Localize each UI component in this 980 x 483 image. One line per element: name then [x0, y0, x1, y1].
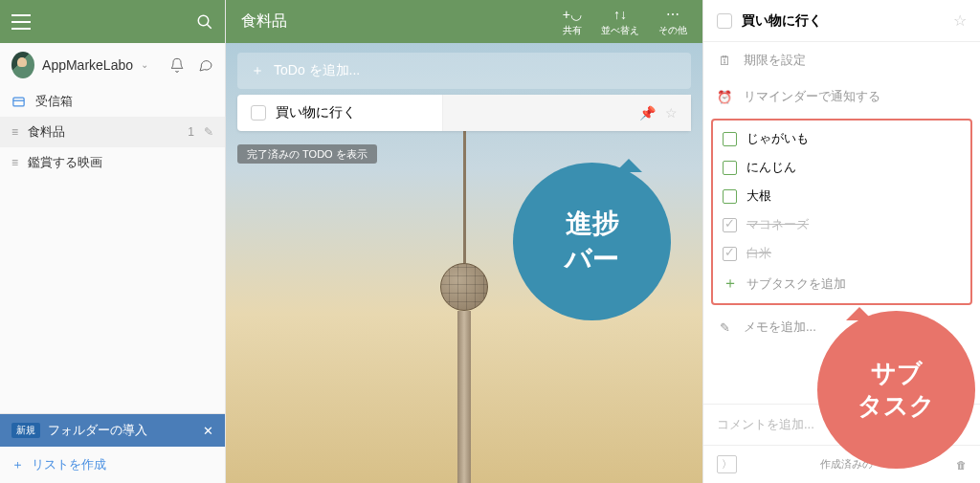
annotation-subtask: サブ タスク: [817, 311, 975, 469]
alarm-icon: ⏰: [717, 90, 732, 104]
user-row[interactable]: AppMarkeLabo ⌄: [0, 43, 225, 86]
nav-list: 受信箱 ≡ 食料品 1 ✎ ≡ 鑑賞する映画: [0, 86, 225, 413]
username: AppMarkeLabo: [42, 57, 133, 73]
sidebar: AppMarkeLabo ⌄ 受信箱 ≡ 食料品 1 ✎ ≡ 鑑賞する映画 新規: [0, 0, 226, 483]
share-icon: +◡: [563, 7, 582, 22]
subtask-item[interactable]: じゃがいも: [713, 124, 970, 153]
reminder-label: リマインダーで通知する: [744, 88, 880, 105]
detail-header: 買い物に行く ☆: [703, 0, 980, 42]
subtask-checkbox[interactable]: [723, 189, 737, 204]
folder-banner[interactable]: 新規 フォルダーの導入 ✕: [0, 414, 225, 447]
add-subtask-row[interactable]: ＋サブタスクを追加: [713, 268, 970, 299]
sidebar-header: [0, 0, 225, 43]
subtask-checkbox[interactable]: [723, 132, 737, 146]
detail-title: 買い物に行く: [742, 12, 944, 30]
completed-label: 完了済みの TODO を表示: [237, 144, 377, 164]
nav-label: 受信箱: [35, 93, 73, 110]
trash-icon[interactable]: 🗑: [956, 459, 967, 471]
chevron-down-icon[interactable]: ⌄: [141, 59, 148, 70]
subtask-checkbox[interactable]: [723, 218, 737, 232]
comment-placeholder: コメントを追加...: [717, 417, 814, 431]
svg-point-0: [198, 15, 209, 26]
search-icon[interactable]: [196, 13, 213, 31]
item-count: 1: [188, 125, 194, 139]
subtask-item[interactable]: にんじん: [713, 153, 970, 182]
sidebar-item-inbox[interactable]: 受信箱: [0, 86, 225, 117]
edit-icon[interactable]: ✎: [204, 125, 213, 139]
menu-icon[interactable]: [11, 14, 31, 30]
background-image: [440, 129, 488, 483]
todo-checkbox[interactable]: [251, 105, 266, 121]
more-icon: ⋯: [666, 7, 679, 22]
subtask-text: じゃがいも: [746, 130, 809, 147]
nav-label: 食料品: [28, 123, 65, 141]
subtask-text: にんじん: [746, 159, 796, 176]
bell-icon[interactable]: [169, 57, 185, 73]
detail-panel: 買い物に行く ☆ 🗓 期限を設定 ⏰ リマインダーで通知する じゃがいも にんじ…: [702, 0, 980, 483]
add-todo-input[interactable]: ＋ ToDo を追加...: [237, 53, 691, 89]
svg-line-1: [207, 24, 212, 29]
subtask-text: マヨネーズ: [746, 216, 809, 233]
note-label: メモを追加...: [744, 318, 816, 336]
due-label: 期限を設定: [744, 52, 806, 69]
create-list-button[interactable]: ＋ リストを作成: [0, 447, 225, 483]
new-badge: 新規: [11, 423, 40, 438]
create-list-label: リストを作成: [32, 456, 106, 473]
add-subtask-label: サブタスクを追加: [746, 275, 846, 293]
subtask-item[interactable]: 白米: [713, 239, 970, 268]
inbox-icon: [11, 95, 26, 109]
toolbar-label: 並べ替え: [601, 24, 639, 37]
page-title: 食料品: [241, 11, 563, 32]
detail-checkbox[interactable]: [717, 13, 732, 29]
plus-icon: ＋: [11, 456, 24, 473]
sidebar-item-movies[interactable]: ≡ 鑑賞する映画: [0, 147, 225, 178]
add-todo-placeholder: ToDo を追加...: [274, 62, 360, 79]
more-button[interactable]: ⋯ その他: [658, 7, 687, 37]
subtask-checkbox[interactable]: [723, 247, 737, 261]
chat-icon[interactable]: [198, 57, 213, 73]
due-date-row[interactable]: 🗓 期限を設定: [703, 42, 980, 78]
svg-rect-2: [13, 98, 24, 106]
pencil-icon: ✎: [717, 320, 732, 335]
folder-banner-text: フォルダーの導入: [48, 422, 147, 439]
toolbar: +◡ 共有 ↑↓ 並べ替え ⋯ その他: [563, 7, 687, 37]
star-icon[interactable]: ☆: [665, 105, 678, 121]
plus-icon: ＋: [723, 274, 737, 294]
main-header: 食料品 +◡ 共有 ↑↓ 並べ替え ⋯ その他: [226, 0, 702, 43]
main-panel: 食料品 +◡ 共有 ↑↓ 並べ替え ⋯ その他 ＋ ToDo を追加... 買い…: [226, 0, 702, 483]
list-icon: ≡: [11, 156, 18, 169]
plus-icon: ＋: [251, 62, 264, 79]
list-icon: ≡: [11, 125, 18, 139]
star-icon[interactable]: ☆: [953, 11, 967, 30]
sidebar-footer: 新規 フォルダーの導入 ✕ ＋ リストを作成: [0, 413, 225, 483]
subtask-text: 白米: [746, 245, 771, 262]
toolbar-label: その他: [658, 24, 687, 37]
subtask-text: 大根: [746, 187, 771, 205]
todo-item[interactable]: 買い物に行く 📌 ☆: [237, 95, 691, 131]
annotation-progress: 進捗 バー: [513, 163, 671, 320]
subtask-item[interactable]: 大根: [713, 182, 970, 210]
sort-icon: ↑↓: [613, 7, 627, 22]
reminder-row[interactable]: ⏰ リマインダーで通知する: [703, 78, 980, 115]
avatar: [11, 52, 34, 78]
share-button[interactable]: +◡ 共有: [563, 7, 582, 37]
sort-button[interactable]: ↑↓ 並べ替え: [601, 7, 639, 37]
sidebar-item-groceries[interactable]: ≡ 食料品 1 ✎: [0, 117, 225, 147]
toolbar-label: 共有: [563, 24, 582, 37]
subtask-item[interactable]: マヨネーズ: [713, 210, 970, 239]
pin-icon[interactable]: 📌: [639, 105, 656, 121]
subtasks-box: じゃがいも にんじん 大根 マヨネーズ 白米 ＋サブタスクを追加: [711, 119, 972, 305]
nav-label: 鑑賞する映画: [28, 154, 102, 171]
calendar-icon: 🗓: [717, 54, 732, 68]
collapse-icon[interactable]: 〉: [717, 455, 737, 473]
subtask-checkbox[interactable]: [723, 161, 737, 175]
close-icon[interactable]: ✕: [203, 424, 213, 438]
